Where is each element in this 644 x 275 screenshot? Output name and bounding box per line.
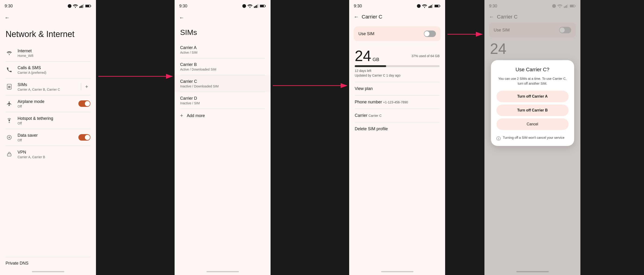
cancel-button[interactable]: Cancel (496, 118, 568, 130)
turn-off-carrier-b-button[interactable]: Turn off Carrier B (496, 104, 568, 116)
datasaver-toggle[interactable] (78, 134, 90, 140)
item-text-sims: SIMs Carrier A, Carrier B, Carrier C (18, 82, 76, 91)
camera-dot-1 (68, 4, 72, 8)
item-text-calls: Calls & SMS Carrier A (preferred) (18, 66, 90, 74)
detail-label-delete: Delete SIM profile (355, 126, 388, 131)
screen-sims: 9:30 (174, 0, 270, 275)
add-sim-button[interactable]: + (83, 83, 90, 90)
sim-item-carrier-c[interactable]: Carrier C Inactive / Downloaded SIM (174, 75, 270, 92)
arrow-2 (270, 0, 349, 275)
svg-rect-28 (430, 6, 430, 8)
status-bar-2: 9:30 (174, 0, 270, 11)
arrow-3 (445, 0, 484, 275)
settings-item-sims[interactable]: SIMs Carrier A, Carrier B, Carrier C + (0, 78, 96, 95)
page-title-network: Network & Internet (0, 24, 96, 45)
data-section: 24 GB 37% used of 64 GB 12 days left Upd… (349, 45, 445, 79)
svg-rect-30 (432, 4, 433, 8)
detail-carrier[interactable]: Carrier Carrier C (349, 109, 445, 122)
svg-point-16 (250, 7, 250, 8)
sim-item-carrier-a[interactable]: Carrier A Active / SIM (174, 42, 270, 58)
dialog-description: You can use 2 SIMs at a time. To use Car… (496, 76, 568, 86)
sim-item-carrier-d[interactable]: Carrier D Inactive / SIM (174, 92, 270, 109)
svg-rect-33 (435, 5, 438, 7)
item-text-vpn: VPN Carrier A, Carrier B (18, 150, 90, 159)
dialog-note-text: Turning off a SIM won't cancel your serv… (503, 136, 564, 140)
signal-icon-1 (79, 4, 84, 8)
screen-network-internet: 9:30 (0, 0, 96, 275)
add-more-label: Add more (187, 113, 205, 118)
back-btn-1[interactable]: ← (0, 11, 96, 24)
turn-off-carrier-a-button[interactable]: Turn off Carrier A (496, 91, 568, 102)
datasaver-toggle-thumb (85, 135, 90, 140)
data-percent: 37% used of 64 GB (412, 54, 440, 58)
back-arrow-3[interactable]: ← (354, 14, 359, 20)
item-text-hotspot: Hotspot & tethering Off (18, 116, 90, 125)
svg-rect-32 (440, 6, 440, 7)
carrier-c-title: Carrier C (362, 14, 382, 20)
wifi-icon-2 (248, 4, 252, 8)
wifi-icon (6, 49, 13, 57)
sim-name-b: Carrier B (180, 62, 265, 67)
svg-rect-22 (265, 6, 266, 7)
item-sublabel-internet: Home_Wifi (18, 54, 90, 58)
sim-list: Carrier A Active / SIM Carrier B Active … (174, 42, 270, 122)
detail-label-phone: Phone number (355, 100, 382, 104)
item-label-hotspot: Hotspot & tethering (18, 116, 90, 121)
use-sim-row: Use SIM (354, 26, 440, 41)
dialog-overlay: Use Carrier C? You can use 2 SIMs at a t… (484, 0, 580, 275)
sim-status-a: Active / SIM (180, 51, 265, 54)
settings-item-calls[interactable]: Calls & SMS Carrier A (preferred) (0, 62, 96, 78)
signal-icon-2 (254, 4, 258, 8)
detail-value-phone: +1-123-456-7890 (383, 100, 408, 104)
use-sim-toggle[interactable] (424, 30, 436, 37)
airplane-icon (6, 100, 13, 107)
settings-item-airplane[interactable]: Airplane mode Off (0, 95, 96, 112)
screen-dialog: 9:30 (484, 0, 580, 275)
settings-item-internet[interactable]: Internet Home_Wifi (0, 45, 96, 61)
airplane-toggle-thumb (85, 101, 90, 106)
svg-rect-4 (83, 4, 84, 8)
bottom-bar-4 (516, 271, 549, 272)
svg-rect-1 (79, 6, 80, 8)
status-icons-1 (68, 4, 91, 8)
data-unit: GB (372, 57, 379, 62)
divider-2 (270, 0, 349, 275)
detail-delete-sim[interactable]: Delete SIM profile (349, 122, 445, 136)
back-btn-2[interactable]: ← (174, 11, 270, 24)
item-label-vpn: VPN (18, 150, 90, 155)
sim-icon (6, 83, 13, 90)
airplane-toggle[interactable] (78, 100, 90, 107)
sims-actions: + (81, 83, 90, 90)
sim-item-carrier-b[interactable]: Carrier B Active / Downloaded SIM (174, 58, 270, 75)
settings-item-datasaver[interactable]: Data saver Off (0, 129, 96, 146)
sim-status-c: Inactive / Downloaded SIM (180, 84, 265, 88)
page-title-sims: SIMs (174, 24, 270, 42)
item-label-internet: Internet (18, 48, 90, 54)
item-label-calls: Calls & SMS (18, 66, 90, 70)
bottom-bar-2 (206, 271, 239, 272)
datasaver-icon (6, 134, 13, 141)
settings-item-vpn[interactable]: VPN Carrier A, Carrier B (0, 146, 96, 162)
screen-carrier-c: 9:30 (349, 0, 445, 275)
item-label-airplane: Airplane mode (18, 99, 74, 104)
dialog-note: ⓘ Turning off a SIM won't cancel your se… (496, 133, 568, 141)
camera-dot-2 (242, 4, 246, 8)
add-more-button[interactable]: + Add more (174, 109, 270, 122)
private-dns-label[interactable]: Private DNS (6, 261, 28, 266)
detail-label-carrier: Carrier (355, 113, 368, 118)
detail-view-plan[interactable]: View plan (349, 82, 445, 95)
svg-point-8 (9, 54, 10, 55)
svg-rect-17 (254, 6, 255, 8)
svg-point-0 (75, 7, 76, 8)
signal-icon-3 (428, 4, 433, 8)
battery-icon-1 (85, 4, 91, 8)
detail-phone-number[interactable]: Phone number +1-123-456-7890 (349, 96, 445, 109)
battery-icon-3 (434, 4, 440, 8)
data-header-row: 24 GB 37% used of 64 GB (355, 48, 440, 63)
item-label-datasaver: Data saver (18, 133, 74, 138)
svg-rect-2 (80, 6, 82, 8)
status-icons-3 (417, 4, 440, 8)
time-3: 9:30 (354, 4, 362, 8)
sim-name-a: Carrier A (180, 45, 265, 50)
settings-item-hotspot[interactable]: Hotspot & tethering Off (0, 112, 96, 129)
